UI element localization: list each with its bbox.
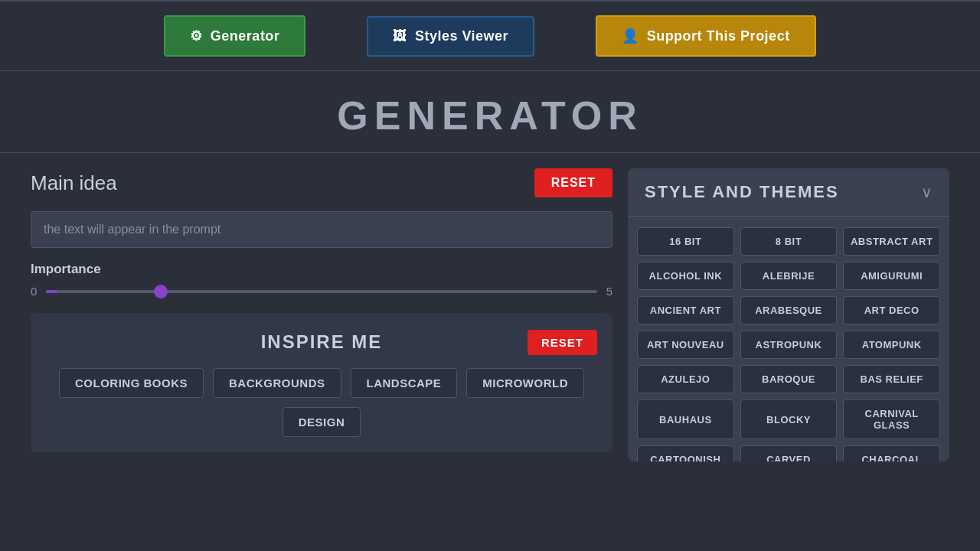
person-icon: 👤 [622, 28, 639, 44]
list-item[interactable]: 8 BIT [740, 227, 838, 256]
page-title-section: GENERATOR [0, 71, 980, 152]
list-item[interactable]: ART NOUVEAU [637, 331, 734, 359]
navbar: ⚙ Generator 🖼 Styles Viewer 👤 Support Th… [0, 2, 980, 70]
list-item[interactable]: COLORING BOOKS [59, 368, 204, 398]
chevron-down-icon: ∨ [921, 183, 933, 201]
list-item[interactable]: BLOCKY [740, 399, 838, 439]
style-tags-grid: 16 BIT8 BITABSTRACT ARTALCOHOL INKALEBRI… [628, 217, 949, 461]
importance-label: Importance [31, 262, 612, 277]
list-item[interactable]: ART DECO [843, 296, 940, 324]
style-header[interactable]: STYLE AND THEMES ∨ [628, 168, 949, 217]
list-item[interactable]: ALEBRIJE [740, 262, 838, 290]
list-item[interactable]: ANCIENT ART [637, 296, 734, 324]
generator-button[interactable]: ⚙ Generator [164, 15, 305, 57]
list-item[interactable]: CARNIVAL GLASS [843, 399, 940, 439]
list-item[interactable]: ABSTRACT ART [843, 227, 940, 256]
gear-icon: ⚙ [190, 28, 203, 44]
list-item[interactable]: BAROQUE [740, 365, 838, 393]
style-panel: STYLE AND THEMES ∨ 16 BIT8 BITABSTRACT A… [628, 168, 949, 461]
right-panel: STYLE AND THEMES ∨ 16 BIT8 BITABSTRACT A… [628, 168, 949, 461]
main-content: Main idea RESET Importance 0 5 INSPIRE M… [0, 168, 980, 461]
main-idea-input[interactable] [31, 211, 612, 248]
list-item[interactable]: MICROWORLD [466, 368, 584, 398]
list-item[interactable]: AMIGURUMI [843, 262, 940, 290]
list-item[interactable]: ALCOHOL INK [637, 262, 734, 290]
list-item[interactable]: BAS RELIEF [843, 365, 940, 393]
list-item[interactable]: CHARCOAL [843, 445, 940, 461]
list-item[interactable]: DESIGN [283, 407, 361, 437]
list-item[interactable]: AZULEJO [637, 365, 734, 393]
inspire-title: INSPIRE ME [261, 331, 383, 353]
support-button-label: Support This Project [647, 28, 790, 44]
list-item[interactable]: ARABESQUE [740, 296, 838, 324]
list-item[interactable]: CARTOONISH [637, 445, 734, 461]
generator-button-label: Generator [211, 28, 280, 44]
list-item[interactable]: LANDSCAPE [351, 368, 458, 398]
slider-min: 0 [31, 285, 37, 298]
slider-row: 0 5 [31, 285, 612, 298]
style-header-title: STYLE AND THEMES [645, 182, 839, 202]
list-item[interactable]: BACKGROUNDS [213, 368, 341, 398]
main-reset-button[interactable]: RESET [534, 168, 612, 197]
inspire-panel: INSPIRE ME RESET COLORING BOOKSBACKGROUN… [31, 313, 612, 452]
support-button[interactable]: 👤 Support This Project [596, 15, 816, 57]
main-idea-title: Main idea [31, 171, 117, 195]
inspire-tags: COLORING BOOKSBACKGROUNDSLANDSCAPEMICROW… [46, 368, 597, 437]
left-panel: Main idea RESET Importance 0 5 INSPIRE M… [31, 168, 612, 461]
importance-slider[interactable] [46, 290, 596, 293]
list-item[interactable]: ATOMPUNK [843, 331, 940, 359]
styles-viewer-button[interactable]: 🖼 Styles Viewer [367, 16, 534, 57]
styles-viewer-button-label: Styles Viewer [415, 28, 508, 44]
inspire-header: INSPIRE ME RESET [46, 331, 597, 353]
title-divider [0, 152, 980, 153]
list-item[interactable]: 16 BIT [637, 227, 734, 256]
list-item[interactable]: CARVED [740, 445, 838, 461]
inspire-reset-button[interactable]: RESET [528, 330, 597, 355]
list-item[interactable]: ASTROPUNK [740, 331, 838, 359]
section-header-row: Main idea RESET [31, 168, 612, 197]
page-title: GENERATOR [0, 93, 980, 139]
image-icon: 🖼 [393, 28, 407, 44]
slider-max: 5 [606, 285, 612, 298]
list-item[interactable]: BAUHAUS [637, 399, 734, 439]
